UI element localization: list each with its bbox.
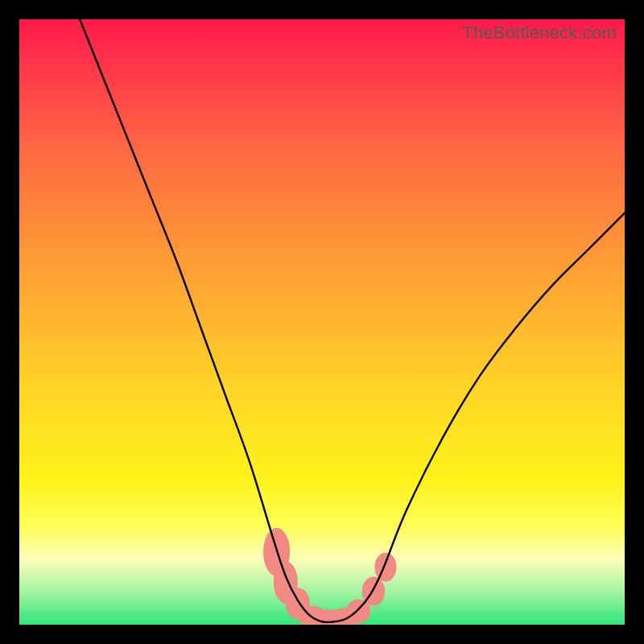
marker-blobs [263,528,396,625]
outer-frame: TheBottleneck.com [0,0,644,644]
marker-blob [374,553,396,582]
bottleneck-curve [80,19,625,622]
chart-svg [19,19,625,625]
plot-area: TheBottleneck.com [19,19,625,625]
